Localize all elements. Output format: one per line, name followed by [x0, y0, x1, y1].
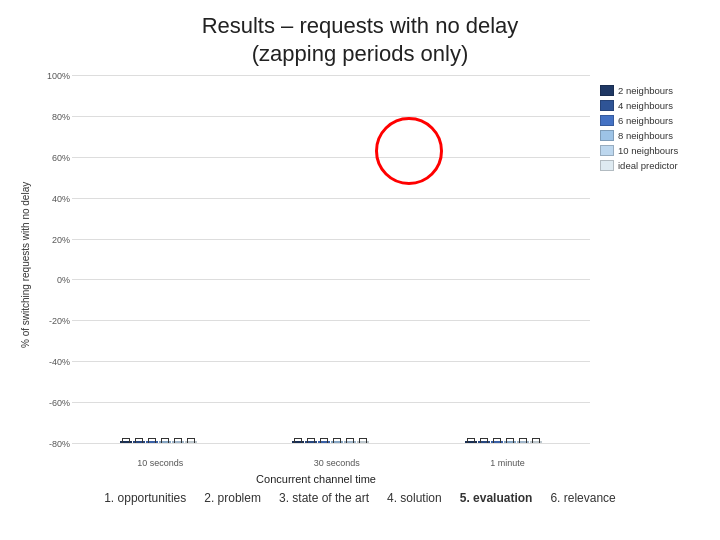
x-axis-label: 1 minute [490, 458, 525, 468]
legend-item: 2 neighbours [600, 85, 720, 96]
legend-item: ideal predictor [600, 160, 720, 171]
bar [146, 441, 158, 443]
bar [530, 441, 542, 443]
bar-group [120, 441, 197, 443]
title-line1: Results – requests with no delay [202, 13, 519, 38]
x-axis-label: 30 seconds [314, 458, 360, 468]
legend-label: 4 neighbours [618, 100, 673, 111]
legend-color-box [600, 115, 614, 126]
nav-item-2[interactable]: 3. state of the art [279, 491, 369, 505]
bar [305, 441, 317, 443]
legend-item: 6 neighbours [600, 115, 720, 126]
y-axis-label: % of switching requests with no delay [20, 75, 40, 485]
legend-label: 2 neighbours [618, 85, 673, 96]
y-tick-label: 20% [52, 235, 70, 245]
bar [120, 441, 132, 443]
bar [344, 441, 356, 443]
legend-label: 10 neighbours [618, 145, 678, 156]
bar-group [292, 441, 369, 443]
y-tick-label: 0% [57, 275, 70, 285]
bars-container [72, 75, 590, 443]
y-tick-label: -40% [49, 357, 70, 367]
legend-color-box [600, 100, 614, 111]
bar [357, 441, 369, 443]
nav-item-0[interactable]: 1. opportunities [104, 491, 186, 505]
bar [331, 441, 343, 443]
legend-color-box [600, 160, 614, 171]
nav-item-3[interactable]: 4. solution [387, 491, 442, 505]
bar [172, 441, 184, 443]
bar [504, 441, 516, 443]
x-axis-labels: 10 seconds30 seconds1 minute [72, 458, 590, 468]
legend-label: ideal predictor [618, 160, 678, 171]
bar [491, 441, 503, 443]
bar-group [465, 441, 542, 443]
legend-color-box [600, 145, 614, 156]
chart-area: % of switching requests with no delay 10… [20, 75, 720, 485]
legend-label: 8 neighbours [618, 130, 673, 141]
chart-inner: 100%80%60%40%20%0%-20%-40%-60%-80% 10 se… [42, 75, 720, 485]
legend-item: 10 neighbours [600, 145, 720, 156]
bar [159, 441, 171, 443]
nav-item-5[interactable]: 6. relevance [550, 491, 615, 505]
grid-line: -80% [72, 443, 590, 444]
y-tick-label: -80% [49, 439, 70, 449]
title-line2: (zapping periods only) [252, 41, 468, 66]
y-tick-label: 80% [52, 112, 70, 122]
bar [318, 441, 330, 443]
y-tick-label: -60% [49, 398, 70, 408]
bar [133, 441, 145, 443]
legend-item: 8 neighbours [600, 130, 720, 141]
legend-item: 4 neighbours [600, 100, 720, 111]
y-tick-label: -20% [49, 316, 70, 326]
bar [478, 441, 490, 443]
legend-color-box [600, 130, 614, 141]
bar [185, 441, 197, 443]
chart-title: Results – requests with no delay (zappin… [0, 0, 720, 67]
bar [292, 441, 304, 443]
bar [517, 441, 529, 443]
x-axis-title: Concurrent channel time [42, 473, 590, 485]
y-tick-label: 60% [52, 153, 70, 163]
y-tick-label: 100% [47, 71, 70, 81]
bottom-nav: 1. opportunities2. problem3. state of th… [0, 491, 720, 505]
legend-color-box [600, 85, 614, 96]
y-tick-label: 40% [52, 194, 70, 204]
nav-item-1[interactable]: 2. problem [204, 491, 261, 505]
legend: 2 neighbours4 neighbours6 neighbours8 ne… [600, 85, 720, 175]
x-axis-label: 10 seconds [137, 458, 183, 468]
bar [465, 441, 477, 443]
nav-item-4[interactable]: 5. evaluation [460, 491, 533, 505]
legend-label: 6 neighbours [618, 115, 673, 126]
